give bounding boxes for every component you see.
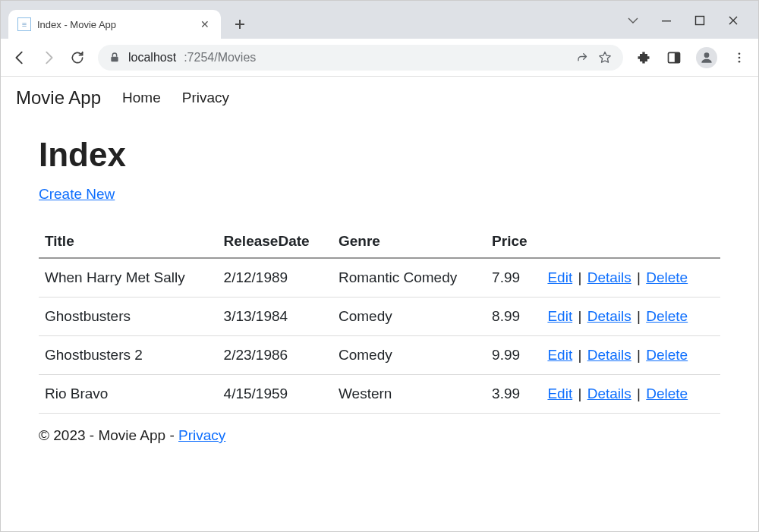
details-link[interactable]: Details xyxy=(587,269,631,285)
lock-icon xyxy=(109,52,121,64)
col-price: Price xyxy=(486,225,541,258)
new-tab-button[interactable] xyxy=(228,13,251,36)
cell-genre: Romantic Comedy xyxy=(332,258,486,297)
cell-price: 3.99 xyxy=(486,375,541,414)
url-path: :7254/Movies xyxy=(184,51,256,65)
back-button[interactable] xyxy=(11,49,28,66)
browser-tab[interactable]: Index - Movie App ✕ xyxy=(8,10,221,39)
side-panel-icon[interactable] xyxy=(666,49,682,66)
address-bar[interactable]: localhost:7254/Movies xyxy=(98,45,623,71)
svg-point-7 xyxy=(739,56,741,58)
page-viewport: Movie App Home Privacy Index Create New … xyxy=(1,77,758,458)
svg-point-8 xyxy=(739,60,741,62)
table-row: When Harry Met Sally2/12/1989Romantic Co… xyxy=(39,258,720,297)
svg-rect-2 xyxy=(111,56,118,61)
col-releasedate: ReleaseDate xyxy=(218,225,332,258)
cell-releasedate: 2/23/1986 xyxy=(218,336,332,375)
create-new-link[interactable]: Create New xyxy=(39,186,115,202)
table-row: Ghostbusters3/13/1984Comedy8.99Edit | De… xyxy=(39,297,720,336)
cell-price: 8.99 xyxy=(486,297,541,336)
delete-link[interactable]: Delete xyxy=(646,386,688,401)
delete-link[interactable]: Delete xyxy=(646,347,688,363)
edit-link[interactable]: Edit xyxy=(547,308,572,324)
cell-releasedate: 4/15/1959 xyxy=(218,375,332,414)
browser-titlebar: Index - Movie App ✕ xyxy=(1,1,758,39)
delete-link[interactable]: Delete xyxy=(646,269,688,285)
cell-title: Rio Bravo xyxy=(39,375,218,414)
cell-price: 9.99 xyxy=(486,336,541,375)
cell-actions: Edit | Details | Delete xyxy=(541,297,720,336)
cell-genre: Western xyxy=(332,375,486,414)
browser-toolbar: localhost:7254/Movies xyxy=(1,39,758,77)
brand-link[interactable]: Movie App xyxy=(16,87,101,109)
nav-privacy[interactable]: Privacy xyxy=(182,90,229,106)
movies-table: Title ReleaseDate Genre Price When Harry… xyxy=(39,225,720,414)
extensions-icon[interactable] xyxy=(635,49,652,66)
site-nav: Movie App Home Privacy xyxy=(1,77,758,122)
share-icon[interactable] xyxy=(576,51,590,65)
delete-link[interactable]: Delete xyxy=(646,308,688,324)
window-controls xyxy=(626,1,758,31)
page-title: Index xyxy=(39,136,720,174)
cell-title: Ghostbusters xyxy=(39,297,218,336)
svg-rect-4 xyxy=(675,52,680,62)
table-row: Ghostbusters 22/23/1986Comedy9.99Edit | … xyxy=(39,336,720,375)
url-host: localhost xyxy=(128,51,176,65)
tab-title: Index - Movie App xyxy=(37,19,192,30)
col-actions xyxy=(541,225,720,258)
menu-dots-icon[interactable] xyxy=(731,49,748,66)
cell-actions: Edit | Details | Delete xyxy=(541,258,720,297)
close-icon[interactable] xyxy=(726,14,740,27)
cell-title: Ghostbusters 2 xyxy=(39,336,218,375)
favicon-icon xyxy=(17,17,31,31)
minimize-icon[interactable] xyxy=(660,14,673,27)
table-row: Rio Bravo4/15/1959Western3.99Edit | Deta… xyxy=(39,375,720,414)
col-genre: Genre xyxy=(332,225,486,258)
page-footer: © 2023 - Movie App - Privacy xyxy=(1,414,758,458)
cell-price: 7.99 xyxy=(486,258,541,297)
table-header-row: Title ReleaseDate Genre Price xyxy=(39,225,720,258)
tab-close-icon[interactable]: ✕ xyxy=(198,18,212,30)
svg-point-6 xyxy=(739,52,741,55)
cell-releasedate: 2/12/1989 xyxy=(218,258,332,297)
cell-actions: Edit | Details | Delete xyxy=(541,375,720,414)
bookmark-star-icon[interactable] xyxy=(597,50,613,65)
maximize-icon[interactable] xyxy=(693,14,707,27)
svg-rect-1 xyxy=(696,17,704,25)
details-link[interactable]: Details xyxy=(587,347,631,363)
edit-link[interactable]: Edit xyxy=(547,386,572,401)
cell-genre: Comedy xyxy=(332,297,486,336)
edit-link[interactable]: Edit xyxy=(547,269,572,285)
svg-rect-0 xyxy=(662,20,671,21)
cell-releasedate: 3/13/1984 xyxy=(218,297,332,336)
nav-home[interactable]: Home xyxy=(122,90,161,106)
details-link[interactable]: Details xyxy=(587,386,631,401)
col-title: Title xyxy=(39,225,218,258)
profile-avatar[interactable] xyxy=(696,47,717,68)
cell-genre: Comedy xyxy=(332,336,486,375)
reload-button[interactable] xyxy=(69,49,86,66)
chevron-down-icon[interactable] xyxy=(626,14,640,27)
cell-title: When Harry Met Sally xyxy=(39,258,218,297)
details-link[interactable]: Details xyxy=(587,308,631,324)
footer-privacy-link[interactable]: Privacy xyxy=(178,427,225,443)
svg-point-5 xyxy=(704,52,710,58)
edit-link[interactable]: Edit xyxy=(547,347,572,363)
forward-button[interactable] xyxy=(40,49,57,66)
footer-text: © 2023 - Movie App - xyxy=(39,427,178,443)
cell-actions: Edit | Details | Delete xyxy=(541,336,720,375)
